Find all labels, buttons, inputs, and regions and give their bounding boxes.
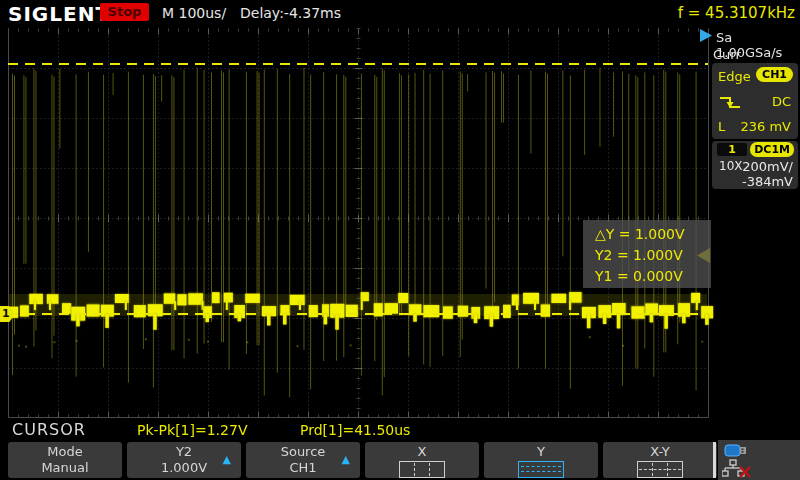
channel-number-badge: 1 xyxy=(717,143,747,156)
menu-separator xyxy=(713,442,716,478)
y-cursor-button[interactable]: Y xyxy=(484,442,598,478)
cursor-y1-line[interactable] xyxy=(8,313,708,315)
mode-button[interactable]: Mode Manual xyxy=(8,442,122,478)
xy-cursor-button[interactable]: X-Y xyxy=(603,442,717,478)
delay-readout: Delay:-4.37ms xyxy=(240,5,341,21)
oscilloscope-screen: 1 △Y = 1.000V Y2 = 1.000V Y1 = 0.000V SI… xyxy=(0,0,800,480)
xy-cursor-icon xyxy=(637,461,683,478)
trigger-coupling-label: DC xyxy=(772,94,791,109)
top-bar: SIGLENT Stop M 100us/ Delay:-4.37ms f = … xyxy=(0,0,800,27)
x-cursor-icon xyxy=(399,461,445,478)
x-cursor-button[interactable]: X xyxy=(365,442,479,478)
softkey-menu-bar: Mode Manual Y2 1.000V ▲ Source CH1 ▲ X Y… xyxy=(0,440,800,480)
trigger-level-value: 236 mV xyxy=(740,119,791,134)
trigger-level-label: L xyxy=(718,119,725,134)
trigger-panel[interactable]: Edge CH1 DC L 236 mV xyxy=(712,63,798,139)
falling-edge-icon xyxy=(718,94,742,115)
channel-coupling-badge: DC1M xyxy=(750,142,794,157)
y-cursor-icon-active xyxy=(518,461,564,478)
measurement-pkpk: Pk-Pk[1]=1.27V xyxy=(137,422,247,438)
frequency-counter: f = 45.3107kHz xyxy=(678,4,795,22)
probe-attenuation: 10X xyxy=(719,159,743,173)
cursor-delta-y: △Y = 1.000V xyxy=(595,224,711,245)
io-status-panel xyxy=(718,440,800,480)
channel-offset: -384mV xyxy=(742,174,793,189)
lan-disconnected-icon xyxy=(722,459,752,480)
run-state-badge[interactable]: Stop xyxy=(100,3,149,21)
channel-scale: 200mV/ xyxy=(742,159,793,174)
cursor-readout-box: △Y = 1.000V Y2 = 1.000V Y1 = 0.000V xyxy=(583,220,711,288)
cursor-y2-line[interactable] xyxy=(8,63,708,65)
channel1-panel[interactable]: 1 DC1M 10X 200mV/ -384mV xyxy=(712,141,798,189)
timebase-readout: M 100us/ xyxy=(162,5,226,21)
cursor-y1-value: Y1 = 0.000V xyxy=(595,266,711,287)
brand-logo: SIGLENT xyxy=(8,2,110,26)
trigger-type-label: Edge xyxy=(718,69,751,84)
measurement-period: Prd[1]=41.50us xyxy=(300,422,410,438)
active-menu-title: CURSOR xyxy=(12,420,86,439)
trigger-source-badge: CH1 xyxy=(756,67,793,82)
up-arrow-icon: ▲ xyxy=(342,453,350,466)
y2-button[interactable]: Y2 1.000V ▲ xyxy=(127,442,241,478)
up-arrow-icon: ▲ xyxy=(223,453,231,466)
source-button[interactable]: Source CH1 ▲ xyxy=(246,442,360,478)
cursor-y2-value: Y2 = 1.000V xyxy=(595,245,711,266)
